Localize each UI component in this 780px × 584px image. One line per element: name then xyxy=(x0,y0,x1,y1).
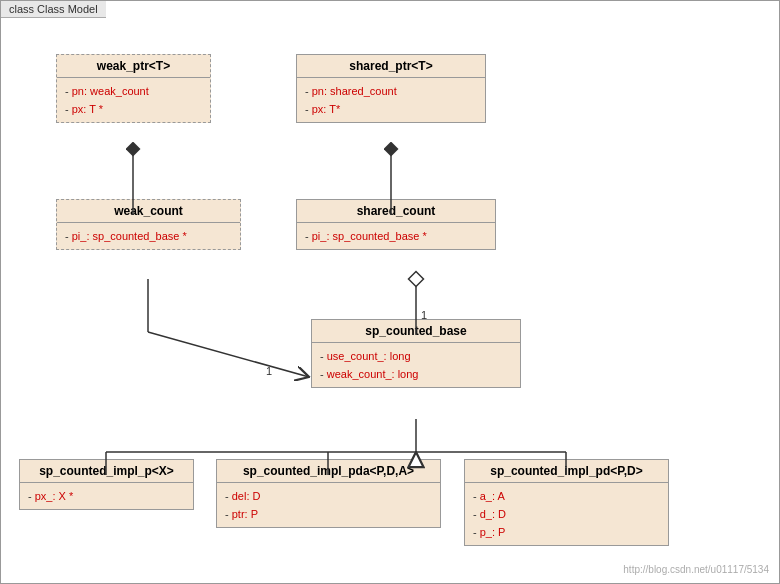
sp-counted-base-title: sp_counted_base xyxy=(312,320,520,343)
title-bar: class Class Model xyxy=(1,1,106,18)
sp-counted-base-item-2: weak_count_: long xyxy=(320,365,512,383)
sp-counted-base-box: sp_counted_base use_count_: long weak_co… xyxy=(311,319,521,388)
sp-counted-impl-pda-title: sp_counted_impl_pda<P,D,A> xyxy=(217,460,440,483)
watermark: http://blog.csdn.net/u01117/5134 xyxy=(623,564,769,575)
weak-ptr-item-2: px: T * xyxy=(65,100,202,118)
sp-counted-impl-p-body: px_: X * xyxy=(20,483,193,509)
svg-line-6 xyxy=(148,332,309,377)
window-title: class Class Model xyxy=(9,3,98,15)
weak-count-box: weak_count pi_: sp_counted_base * xyxy=(56,199,241,250)
shared-ptr-body: pn: shared_count px: T* xyxy=(297,78,485,122)
weak-count-item-1: pi_: sp_counted_base * xyxy=(65,227,232,245)
shared-ptr-item-1: pn: shared_count xyxy=(305,82,477,100)
weak-ptr-item-1: pn: weak_count xyxy=(65,82,202,100)
sp-counted-impl-pd-title: sp_counted_impl_pd<P,D> xyxy=(465,460,668,483)
weak-ptr-body: pn: weak_count px: T * xyxy=(57,78,210,122)
shared-count-box: shared_count pi_: sp_counted_base * xyxy=(296,199,496,250)
shared-count-item-1: pi_: sp_counted_base * xyxy=(305,227,487,245)
sp-counted-base-body: use_count_: long weak_count_: long xyxy=(312,343,520,387)
sp-counted-impl-pda-item-1: del: D xyxy=(225,487,432,505)
shared-ptr-title: shared_ptr<T> xyxy=(297,55,485,78)
sp-counted-impl-pda-body: del: D ptr: P xyxy=(217,483,440,527)
main-window: class Class Model weak_ptr<T> pn: weak_c… xyxy=(0,0,780,584)
shared-ptr-item-2: px: T* xyxy=(305,100,477,118)
sp-counted-base-item-1: use_count_: long xyxy=(320,347,512,365)
weak-ptr-title: weak_ptr<T> xyxy=(57,55,210,78)
watermark-text: http://blog.csdn.net/u01117/5134 xyxy=(623,564,769,575)
sp-counted-impl-p-title: sp_counted_impl_p<X> xyxy=(20,460,193,483)
shared-count-body: pi_: sp_counted_base * xyxy=(297,223,495,249)
svg-text:1: 1 xyxy=(266,365,272,377)
weak-ptr-box: weak_ptr<T> pn: weak_count px: T * xyxy=(56,54,211,123)
sp-counted-impl-pd-item-1: a_: A xyxy=(473,487,660,505)
shared-count-title: shared_count xyxy=(297,200,495,223)
shared-ptr-box: shared_ptr<T> pn: shared_count px: T* xyxy=(296,54,486,123)
sp-counted-impl-pda-box: sp_counted_impl_pda<P,D,A> del: D ptr: P xyxy=(216,459,441,528)
diagram-area: weak_ptr<T> pn: weak_count px: T * weak_… xyxy=(1,19,779,583)
sp-counted-impl-pd-body: a_: A d_: D p_: P xyxy=(465,483,668,545)
weak-count-body: pi_: sp_counted_base * xyxy=(57,223,240,249)
sp-counted-impl-pd-box: sp_counted_impl_pd<P,D> a_: A d_: D p_: … xyxy=(464,459,669,546)
sp-counted-impl-pd-item-2: d_: D xyxy=(473,505,660,523)
sp-counted-impl-pd-item-3: p_: P xyxy=(473,523,660,541)
weak-count-title: weak_count xyxy=(57,200,240,223)
sp-counted-impl-pda-item-2: ptr: P xyxy=(225,505,432,523)
sp-counted-impl-p-item-1: px_: X * xyxy=(28,487,185,505)
sp-counted-impl-p-box: sp_counted_impl_p<X> px_: X * xyxy=(19,459,194,510)
